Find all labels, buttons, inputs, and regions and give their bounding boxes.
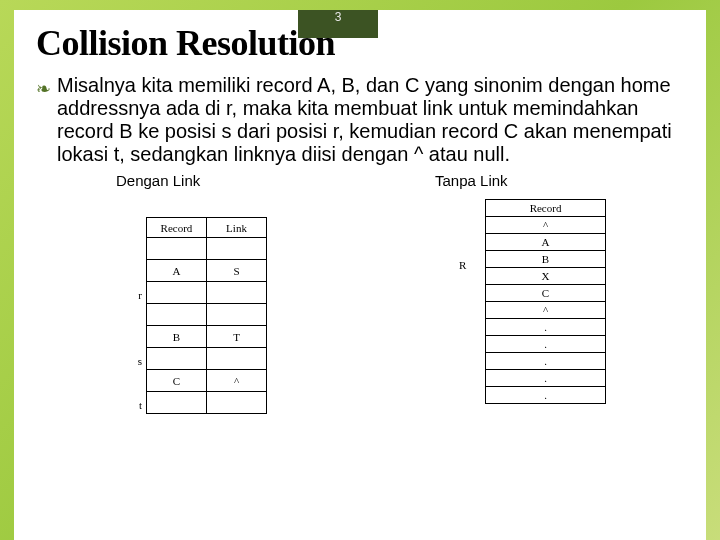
cell: B (486, 251, 606, 268)
row-label-R: R (459, 259, 466, 271)
cell (147, 392, 207, 414)
cell: . (486, 319, 606, 336)
cell (207, 238, 267, 260)
row-label-s: s (102, 355, 142, 367)
cell: ^ (486, 217, 606, 234)
cell: . (486, 387, 606, 404)
cell: . (486, 370, 606, 387)
column-without-link: Tanpa Link R Record ^ A B X C ^ . . . . … (375, 172, 688, 414)
th-record: Record (147, 218, 207, 238)
cell: ^ (486, 302, 606, 319)
column-with-link: Dengan Link r s t Record Link AS BT C^ (36, 172, 375, 414)
th-record: Record (486, 200, 606, 217)
cell (147, 304, 207, 326)
body-text: Misalnya kita memiliki record A, B, dan … (57, 74, 688, 166)
cell (207, 392, 267, 414)
th-link: Link (207, 218, 267, 238)
cell: S (207, 260, 267, 282)
cell (207, 282, 267, 304)
row-label-t: t (102, 399, 142, 411)
cell: X (486, 268, 606, 285)
cell: ^ (207, 370, 267, 392)
cell: B (147, 326, 207, 348)
cell: . (486, 336, 606, 353)
cell (207, 348, 267, 370)
table-record-only: Record ^ A B X C ^ . . . . . (485, 199, 606, 404)
cell: A (147, 260, 207, 282)
left-heading: Dengan Link (116, 172, 375, 189)
cell: C (147, 370, 207, 392)
cell (207, 304, 267, 326)
cell (147, 238, 207, 260)
table-linked: Record Link AS BT C^ (146, 217, 267, 414)
body-paragraph: ❧ Misalnya kita memiliki record A, B, da… (36, 74, 688, 166)
cell: A (486, 234, 606, 251)
slide: 3 Collision Resolution ❧ Misalnya kita m… (14, 10, 706, 540)
cell (147, 348, 207, 370)
page-number-badge: 3 (298, 10, 378, 38)
cell: T (207, 326, 267, 348)
right-heading: Tanpa Link (435, 172, 688, 189)
bullet-icon: ❧ (36, 78, 51, 100)
cell (147, 282, 207, 304)
cell: . (486, 353, 606, 370)
row-label-r: r (102, 289, 142, 301)
cell: C (486, 285, 606, 302)
